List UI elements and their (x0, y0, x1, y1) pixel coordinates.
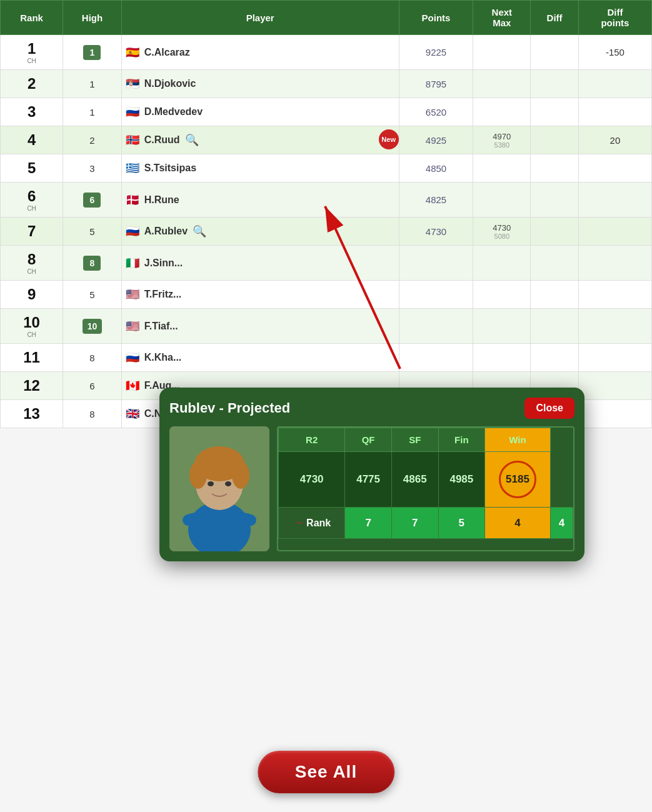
diff-cell (531, 70, 579, 98)
high-cell: 5 (63, 281, 121, 309)
table-row: 118🇷🇺K.Kha... (1, 344, 652, 372)
table-row: 8CH8🇮🇹J.Sinn... (1, 246, 652, 281)
rank-number: 2 (4, 75, 59, 93)
rank-cell: 1CH (1, 35, 63, 70)
rank-sub: CH (4, 268, 59, 275)
popup-points-row: 47304775486549855185 (279, 452, 573, 508)
diff-cell (531, 126, 579, 154)
player-flag: 🇪🇸 (126, 46, 139, 59)
high-badge: 8 (83, 256, 101, 271)
player-flag: 🇩🇰 (126, 193, 139, 207)
player-cell: 🇷🇺K.Kha... (121, 344, 399, 372)
rublev-projected-popup: Rublev - Projected Close (159, 388, 584, 561)
diff-points-cell (578, 70, 651, 98)
diff-cell (531, 154, 579, 183)
high-cell: 6 (63, 183, 121, 218)
popup-points-cell-0: 4730 (279, 452, 345, 508)
player-flag: 🇬🇧 (126, 407, 139, 421)
next-max-cell (473, 35, 531, 70)
popup-col-qf: QF (345, 428, 392, 452)
popup-points-cell-2: 4865 (391, 452, 438, 508)
popup-rank-cell-3: 4 (485, 508, 551, 539)
popup-body: R2QFSFFinWin 47304775486549855185→Rank77… (169, 426, 574, 551)
next-max-value: 4970 (477, 132, 526, 141)
diff-points-cell: -150 (578, 35, 651, 70)
player-flag: 🇷🇺 (126, 224, 139, 238)
new-badge: New (379, 129, 399, 149)
diff-cell (531, 35, 579, 70)
win-circle: 5185 (499, 461, 536, 498)
diff-points-cell (578, 344, 651, 372)
rank-cell: 10CH (1, 309, 63, 344)
player-flag: 🇺🇸 (126, 319, 139, 333)
player-cell: 🇷🇺A.Rublev🔍 (121, 218, 399, 246)
diff-points-cell (578, 98, 651, 126)
high-badge: 10 (83, 319, 103, 334)
player-flag: 🇨🇦 (126, 379, 139, 393)
diff-points-cell (578, 372, 651, 400)
table-row: 31🇷🇺D.Medvedev6520 (1, 98, 652, 126)
popup-col-win: Win (485, 428, 551, 452)
points-cell (399, 281, 473, 309)
rank-number: 3 (4, 103, 59, 121)
diff-cell (531, 309, 579, 344)
svg-point-10 (225, 481, 231, 486)
next-max-cell: 47305080 (473, 218, 531, 246)
player-name: N.Djokovic (142, 78, 196, 89)
player-name: S.Tsitsipas (142, 163, 196, 174)
diff-points-col-header: Diffpoints (578, 1, 651, 35)
high-badge: 1 (83, 45, 101, 60)
search-icon[interactable]: 🔍 (193, 224, 206, 238)
popup-header: Rublev - Projected Close (169, 398, 574, 419)
popup-rank-cell-1: 7 (391, 508, 438, 539)
svg-point-9 (208, 481, 214, 486)
diff-points-value: 20 (610, 135, 621, 146)
diff-cell (531, 183, 579, 218)
high-cell: 8 (63, 344, 121, 372)
popup-rank-row: →Rank77544 (279, 508, 573, 539)
player-info: 🇪🇸C.Alcaraz (126, 46, 395, 59)
rank-number: 1 (4, 40, 59, 58)
table-header-row: Rank High Player Points NextMax Diff Dif… (1, 1, 652, 35)
player-info: 🇳🇴C.Ruud🔍New (126, 133, 395, 147)
rank-number: 9 (4, 286, 59, 303)
diff-points-cell (578, 246, 651, 281)
rank-sub: CH (4, 331, 59, 338)
rank-number: 10 (4, 314, 59, 331)
rankings-table: Rank High Player Points NextMax Diff Dif… (0, 0, 652, 428)
search-icon[interactable]: 🔍 (185, 133, 199, 147)
points-value: 4925 (426, 135, 446, 146)
see-all-button[interactable]: See All (258, 751, 394, 793)
high-cell: 5 (63, 218, 121, 246)
diff-points-cell (578, 183, 651, 218)
player-name: T.Fritz... (142, 289, 182, 300)
points-value: 8795 (426, 79, 446, 89)
diff-points-cell: 20 (578, 126, 651, 154)
popup-rank-cell-0: 7 (345, 508, 392, 539)
next-max-cell (473, 246, 531, 281)
points-cell: 9225 (399, 35, 473, 70)
table-row: 1CH1🇪🇸C.Alcaraz9225-150 (1, 35, 652, 70)
player-flag: 🇷🇺 (126, 351, 139, 364)
rank-number: 8 (4, 251, 59, 268)
rank-cell: 8CH (1, 246, 63, 281)
diff-cell (531, 281, 579, 309)
player-flag: 🇷🇺 (126, 105, 139, 119)
high-badge: 6 (83, 193, 101, 208)
player-flag: 🇬🇷 (126, 161, 139, 175)
next-max-cell: 49705380 (473, 126, 531, 154)
table-row: 10CH10🇺🇸F.Tiaf... (1, 309, 652, 344)
close-popup-button[interactable]: Close (524, 398, 574, 419)
rank-col-header: Rank (1, 1, 63, 35)
player-cell: 🇮🇹J.Sinn... (121, 246, 399, 281)
popup-title: Rublev - Projected (169, 400, 290, 416)
diff-cell (531, 98, 579, 126)
rank-sub: CH (4, 58, 59, 64)
points-value: 4825 (426, 194, 446, 205)
player-cell: 🇬🇷S.Tsitsipas (121, 154, 399, 183)
diff-points-cell (578, 281, 651, 309)
player-name: K.Kha... (142, 352, 182, 363)
player-name: J.Sinn... (142, 258, 183, 269)
points-cell (399, 309, 473, 344)
points-cell (399, 246, 473, 281)
